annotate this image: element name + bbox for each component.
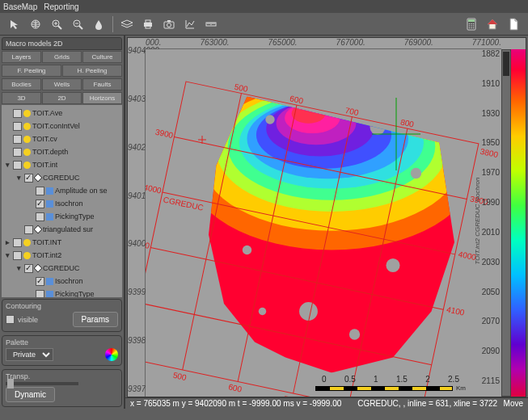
tab-layers[interactable]: Layers [2,51,41,63]
expander-icon[interactable] [26,290,34,297]
tree-row[interactable]: Isochron [2,275,122,288]
visibility-checkbox[interactable] [13,135,22,144]
contouring-title: Contouring [6,302,118,310]
tab-2d[interactable]: 2D [42,92,82,104]
map-viewport[interactable]: 000.763000.765000.767000.769000.771000. … [127,37,526,397]
color-wheel-icon[interactable] [105,348,118,361]
scale-bar: 00.511.522.5 Km [315,375,466,392]
tab-h--peeling[interactable]: H. Peeling [62,65,122,77]
tree-label: CGREDUC [43,174,80,182]
calculator-icon[interactable] [462,15,481,33]
chart-icon[interactable] [180,15,200,33]
visibility-checkbox[interactable] [13,161,22,170]
home-icon[interactable] [483,15,502,33]
tree-row[interactable]: Isochron [2,197,122,210]
palette-title: Palette [6,338,118,346]
visibility-checkbox[interactable] [13,251,22,260]
layers-icon[interactable] [117,15,137,33]
diamond-icon [33,263,42,272]
visibility-checkbox[interactable] [36,212,44,221]
tree-row[interactable]: ▾TOIT.int2 [2,249,122,262]
expander-icon[interactable] [3,122,11,130]
svg-point-47 [386,258,399,272]
tab-grids[interactable]: Grids [42,51,82,63]
tree-row[interactable]: TOIT.depth [2,145,122,158]
visibility-checkbox[interactable] [13,238,22,247]
tab-faults[interactable]: Faults [82,78,122,90]
y-axis: 9404000.9403000.9402000.9401000.9400000.… [128,49,146,397]
visibility-checkbox[interactable] [13,122,22,131]
visible-checkbox[interactable] [6,315,15,324]
visibility-checkbox[interactable] [24,264,33,273]
blue-icon [46,278,53,285]
menu-reporting[interactable]: Reporting [44,2,78,11]
camera-icon[interactable] [159,15,179,33]
tree-row[interactable]: triangulated sur [2,223,122,236]
vertical-scrollbar[interactable] [501,49,511,397]
expander-icon[interactable] [26,277,34,285]
expander-icon[interactable]: ▾ [15,264,23,272]
layer-tree[interactable]: TOIT.AveTOIT.conIntVelTOIT.cvTOIT.depth▾… [2,105,122,297]
tree-row[interactable]: ▾CGREDUC [2,262,122,275]
tab-3d[interactable]: 3D [2,92,41,104]
tree-row[interactable]: PickingType [2,210,122,223]
globe-icon[interactable] [26,15,45,33]
svg-point-25 [469,25,471,27]
visibility-checkbox[interactable] [36,290,44,298]
tree-label: Amplitude on se [55,187,108,195]
tree-row[interactable]: ▸TOIT.INT [2,236,122,249]
transparency-slider[interactable] [6,382,78,385]
expander-icon[interactable] [3,148,11,156]
select-tool-icon[interactable] [5,15,24,33]
expander-icon[interactable] [3,109,11,117]
expander-icon[interactable]: ▾ [3,251,11,259]
visibility-checkbox[interactable] [36,200,44,208]
visibility-checkbox[interactable] [13,109,22,118]
svg-text:700: 700 [283,394,298,397]
tree-row[interactable]: TOIT.conIntVel [2,120,122,132]
tree-row[interactable]: PickingType [2,288,122,297]
visibility-checkbox[interactable] [13,148,22,157]
expander-icon[interactable]: ▸ [3,238,11,246]
dynamic-button[interactable]: Dynamic [6,387,55,402]
tree-row[interactable]: ▾TOIT.int [2,158,122,171]
tree-row[interactable]: Amplitude on se [2,184,122,197]
doc-icon[interactable] [504,15,523,33]
svg-point-23 [471,23,472,24]
visibility-checkbox[interactable] [36,187,44,195]
params-button[interactable]: Params [73,312,118,327]
expander-icon[interactable] [26,187,34,195]
tab-horizons[interactable]: Horizons [82,92,122,104]
tree-label: CGREDUC [43,264,80,272]
expander-icon[interactable] [26,200,34,208]
tree-row[interactable]: TOIT.Ave [2,107,122,120]
palette-mode-select[interactable]: Private [6,348,53,361]
tab-bodies[interactable]: Bodies [2,78,41,90]
blue-icon [46,291,53,298]
visible-label: visible [18,316,38,324]
tab-f--peeling[interactable]: F. Peeling [2,65,61,77]
tab-culture[interactable]: Culture [82,51,122,63]
panel-header: Macro models 2D [2,37,122,50]
status-bar: x = 765035 m y = 9402090 m t = -9999.00 … [125,397,528,409]
tab-wells[interactable]: Wells [42,78,82,90]
blue-icon [46,187,53,195]
ruler-icon[interactable] [201,15,221,33]
zoom-in-icon[interactable] [47,15,66,33]
svg-line-6 [79,26,82,29]
expander-icon[interactable] [26,212,34,220]
tree-label: PickingType [55,290,95,297]
visibility-checkbox[interactable] [36,277,44,286]
svg-point-46 [243,246,251,254]
drop-icon[interactable] [89,15,108,33]
expander-icon[interactable] [3,135,11,143]
print-icon[interactable] [138,15,158,33]
visibility-checkbox[interactable] [24,225,33,234]
tree-row[interactable]: TOIT.cv [2,132,122,145]
visibility-checkbox[interactable] [24,174,33,183]
zoom-out-icon[interactable] [68,15,87,33]
expander-icon[interactable]: ▾ [15,174,23,182]
expander-icon[interactable] [15,225,23,233]
expander-icon[interactable]: ▾ [3,161,11,169]
tree-row[interactable]: ▾CGREDUC [2,171,122,184]
